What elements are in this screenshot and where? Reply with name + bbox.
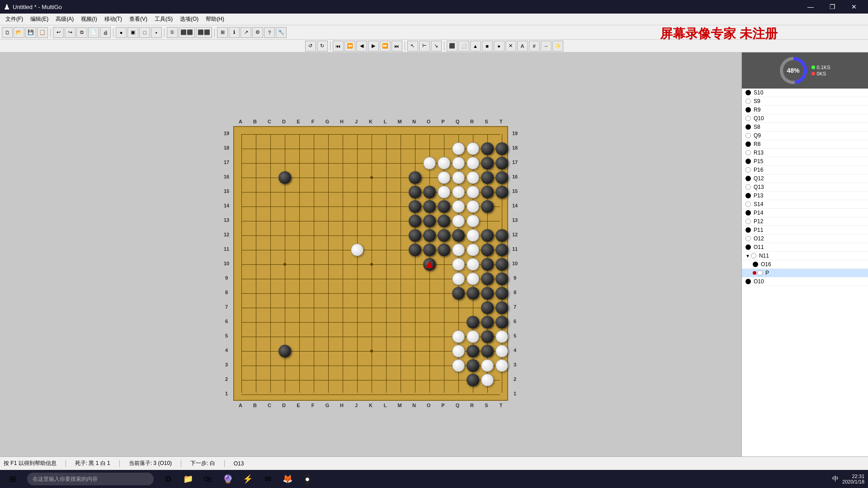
move-item-4[interactable]: S8 (742, 123, 868, 131)
stone-O15[interactable] (423, 186, 436, 198)
markup-btn3[interactable]: ⬛⬛ (196, 27, 212, 38)
open-button[interactable]: 📂 (14, 27, 24, 38)
stone-R12[interactable] (467, 229, 479, 242)
stone-S17[interactable] (481, 157, 494, 169)
stone-S18[interactable] (481, 142, 494, 155)
browser-button[interactable]: 🦊 (278, 471, 297, 487)
stone-O17[interactable] (423, 157, 436, 169)
menu-view[interactable]: 查看(V) (126, 14, 151, 24)
mark-sq[interactable]: ■ (482, 41, 493, 52)
stone-R14[interactable] (467, 200, 479, 213)
stone-Q4[interactable] (452, 345, 465, 357)
stone-S3[interactable] (481, 359, 494, 372)
stone-R4[interactable] (467, 345, 479, 357)
markup-btn2[interactable]: ⬛⬛ (179, 27, 195, 38)
app5-button[interactable]: 🔮 (219, 471, 237, 487)
move-item-8[interactable]: P15 (742, 157, 868, 166)
menu-move[interactable]: 移动(T) (101, 14, 126, 24)
file-manager-button[interactable]: 📁 (179, 471, 197, 487)
move-item-17[interactable]: O12 (742, 235, 868, 243)
nav-first[interactable]: ⏮ (333, 41, 344, 52)
mark-tri[interactable]: ▲ (470, 41, 481, 52)
stone-P17[interactable] (438, 157, 450, 169)
stone-P14[interactable] (438, 200, 450, 213)
copy-button[interactable]: ⧉ (76, 27, 87, 38)
stone-P13[interactable] (438, 215, 450, 227)
mark-num[interactable]: # (529, 41, 540, 52)
mark-w[interactable]: ⬜ (458, 41, 469, 52)
move-item-0[interactable]: S10 (742, 89, 868, 97)
stone-Q10[interactable] (452, 258, 465, 271)
stone-Q8[interactable] (452, 287, 465, 300)
stone-O13[interactable] (423, 215, 436, 227)
nav-prev[interactable]: ◀ (356, 41, 367, 52)
stone-S12[interactable] (481, 229, 494, 242)
move-item-11[interactable]: Q13 (742, 183, 868, 192)
stone-T10[interactable] (495, 258, 508, 271)
stone-T9[interactable] (495, 272, 508, 285)
mark-b[interactable]: ⬛ (447, 41, 458, 52)
stone-R11[interactable] (467, 244, 479, 256)
close-button[interactable]: ✕ (844, 0, 864, 14)
stone-S11[interactable] (481, 244, 494, 256)
move-item-6[interactable]: R8 (742, 140, 868, 149)
stone-S14[interactable] (481, 200, 494, 213)
stone-Q17[interactable] (452, 157, 465, 169)
stone-Q16[interactable] (452, 171, 465, 184)
stone-T16[interactable] (495, 171, 508, 184)
stone-Q9[interactable] (452, 272, 465, 285)
stone-T4[interactable] (495, 345, 508, 357)
stone-D4[interactable] (278, 345, 291, 357)
move-item-12[interactable]: P13 (742, 192, 868, 200)
nav-rotate-cw[interactable]: ↻ (317, 41, 328, 52)
app9-button[interactable]: ● (298, 471, 316, 487)
maximize-button[interactable]: ❐ (822, 0, 843, 14)
menu-video[interactable]: 视频(I) (77, 14, 100, 24)
stone-Q11[interactable] (452, 244, 465, 256)
mark-arrow[interactable]: → (541, 41, 552, 52)
stone-T5[interactable] (495, 330, 508, 343)
info-btn[interactable]: ℹ (229, 27, 240, 38)
nav-up[interactable]: ↖ (407, 41, 418, 52)
move-item-19[interactable]: ▼N11 (742, 252, 868, 260)
stone-S15[interactable] (481, 186, 494, 198)
stone-P12[interactable] (438, 229, 450, 242)
stone-R2[interactable] (467, 374, 479, 386)
stone-T6[interactable] (495, 316, 508, 328)
arrow-btn[interactable]: ↗ (241, 27, 251, 38)
nav-next[interactable]: ▶ (368, 41, 379, 52)
nav-prev10[interactable]: ⏪ (344, 41, 355, 52)
board-b2[interactable]: ▪ (151, 27, 162, 38)
save-as-button[interactable]: 📋 (37, 27, 48, 38)
settings-btn[interactable]: ⚙ (252, 27, 263, 38)
paste-button[interactable]: 📄 (88, 27, 99, 38)
move-item-18[interactable]: O11 (742, 243, 868, 252)
stone-S2[interactable] (481, 374, 494, 386)
stone-R8[interactable] (467, 287, 479, 300)
stone-T17[interactable] (495, 157, 508, 169)
stone-N14[interactable] (409, 200, 421, 213)
stone-R6[interactable] (467, 316, 479, 328)
stone-N13[interactable] (409, 215, 421, 227)
stone-S10[interactable] (481, 258, 494, 271)
stone-D16[interactable] (278, 171, 291, 184)
move-list[interactable]: S10S9R9Q10S8Q9R8R13P15P16Q12Q13P13S14P14… (742, 89, 868, 474)
minimize-button[interactable]: — (800, 0, 821, 14)
menu-options[interactable]: 选项(O) (176, 14, 202, 24)
stone-T8[interactable] (495, 287, 508, 300)
stone-J11[interactable] (351, 244, 363, 256)
nav-down[interactable]: ↘ (431, 41, 442, 52)
stone-S6[interactable] (481, 316, 494, 328)
help-toolbar-btn[interactable]: ? (264, 27, 275, 38)
stone-Q13[interactable] (452, 215, 465, 227)
nav-last[interactable]: ⏭ (392, 41, 402, 52)
stone-R18[interactable] (467, 142, 479, 155)
move-item-21[interactable]: P (742, 269, 868, 277)
start-button[interactable]: ⊞ (4, 471, 22, 487)
num-btn[interactable]: ● (116, 27, 127, 38)
stone-R17[interactable] (467, 157, 479, 169)
menu-advanced[interactable]: 高级(A) (52, 14, 77, 24)
move-item-9[interactable]: P16 (742, 166, 868, 174)
nav-next10[interactable]: ⏩ (380, 41, 391, 52)
move-item-2[interactable]: R9 (742, 106, 868, 114)
